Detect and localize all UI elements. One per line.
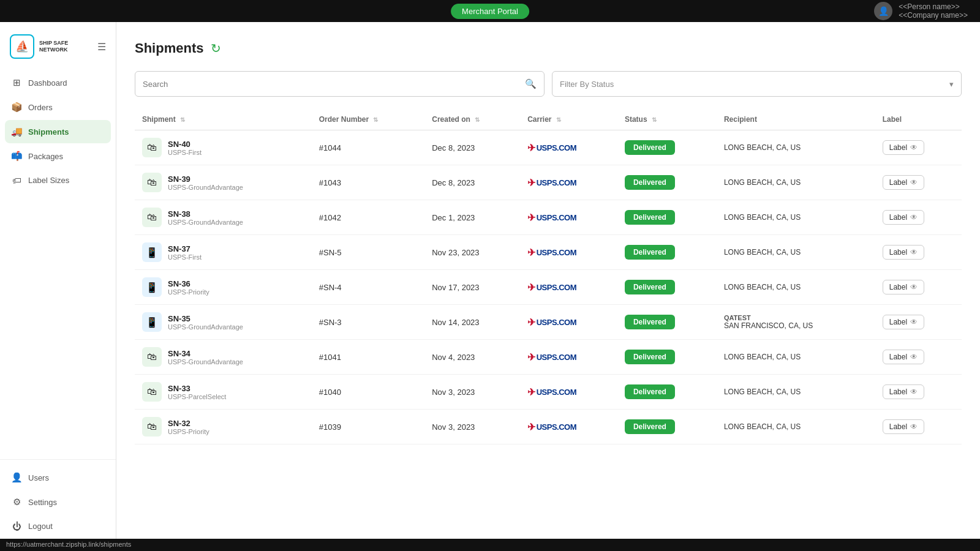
eye-icon: 👁 [910,248,918,257]
col-created-on[interactable]: Created on ⇅ [424,109,520,130]
order-number: #1039 [319,422,341,432]
sort-icon: ⇅ [475,116,480,123]
usps-logo: ✈ USPS.COM [527,142,610,154]
avatar: 👤 [874,2,892,20]
eye-icon: 👁 [910,388,918,396]
page-header: Shipments ↻ [135,40,962,56]
sidebar-item-dashboard[interactable]: ⊞ Dashboard [5,71,111,94]
table-row: 🛍 SN-33 USPS-ParcelSelect #1040 Nov 3, 2… [135,375,962,410]
sidebar-item-shipments[interactable]: 🚚 Shipments [5,120,111,143]
sidebar-item-orders[interactable]: 📦 Orders [5,96,111,119]
shipment-cell: 🛍 SN-40 USPS-First [142,138,304,157]
statusbar: https://uatmerchant.zipship.link/shipmen… [0,539,980,551]
label-button[interactable]: Label 👁 [883,140,924,155]
sort-icon: ⇅ [556,116,561,123]
shipment-icon: 🛍 [142,382,162,402]
shipment-icon: 📱 [142,242,162,262]
label-button[interactable]: Label 👁 [883,280,924,294]
label-button[interactable]: Label 👁 [883,384,924,399]
shipment-cell: 🛍 SN-34 USPS-GroundAdvantage [142,347,304,367]
table-body: 🛍 SN-40 USPS-First #1044 Dec 8, 2023 ✈ U… [135,130,962,444]
sidebar-item-users[interactable]: 👤 Users [5,466,111,489]
table-row: 🛍 SN-34 USPS-GroundAdvantage #1041 Nov 4… [135,340,962,375]
col-status[interactable]: Status ⇅ [617,109,717,130]
order-number: #1042 [319,213,341,222]
col-order-number[interactable]: Order Number ⇅ [312,109,424,130]
recipient-cell: QATESTSAN FRANCISCO, CA, US [724,314,868,330]
usps-logo: ✈ USPS.COM [527,351,610,363]
merchant-portal-button[interactable]: Merchant Portal [451,4,529,19]
page-title: Shipments [135,40,203,56]
recipient-cell: LONG BEACH, CA, US [724,143,868,152]
usps-text: USPS.COM [537,283,576,292]
label-button[interactable]: Label 👁 [883,210,924,225]
label-button[interactable]: Label 👁 [883,419,924,434]
status-badge: Delivered [625,175,675,190]
order-number: #1044 [319,143,341,152]
label-text: Label [889,353,907,361]
shipment-service: USPS-GroundAdvantage [168,358,243,365]
col-carrier[interactable]: Carrier ⇅ [520,109,617,130]
settings-icon: ⚙ [11,497,22,508]
filter-by-status[interactable]: Filter By Status ▾ [552,71,962,97]
order-number: #SN-5 [319,248,342,257]
table-row: 🛍 SN-39 USPS-GroundAdvantage #1043 Dec 8… [135,165,962,200]
sidebar: ⛵ SHIP SAFE NETWORK ☰ ⊞ Dashboard 📦 Orde… [0,22,116,551]
usps-eagle-icon: ✈ [527,212,535,223]
search-box[interactable]: 🔍 [135,71,545,97]
usps-text: USPS.COM [537,388,576,397]
search-input[interactable] [143,80,525,89]
sidebar-item-logout[interactable]: ⏻ Logout [5,515,111,538]
created-date: Nov 23, 2023 [432,248,479,257]
nav-section: ⊞ Dashboard 📦 Orders 🚚 Shipments 📫 Packa… [0,71,116,459]
shipment-service: USPS-Priority [168,428,209,435]
shipments-table: Shipment ⇅ Order Number ⇅ Created on ⇅ [135,109,962,444]
search-icon[interactable]: 🔍 [525,78,537,89]
order-number: #SN-4 [319,283,342,292]
label-text: Label [889,283,907,291]
label-text: Label [889,143,907,152]
logo-text: SHIP SAFE NETWORK [39,40,68,53]
shipment-info: SN-34 USPS-GroundAdvantage [168,349,243,365]
sidebar-item-settings[interactable]: ⚙ Settings [5,490,111,514]
hamburger-menu[interactable]: ☰ [97,41,106,53]
label-button[interactable]: Label 👁 [883,245,924,260]
eye-icon: 👁 [910,213,918,222]
label-button[interactable]: Label 👁 [883,315,924,329]
label-text: Label [889,248,907,257]
order-number: #SN-3 [319,318,342,327]
user-info: <<Person name>> <<Company name>> [899,2,968,20]
status-badge: Delivered [625,419,675,434]
status-badge: Delivered [625,210,675,225]
col-recipient: Recipient [717,109,875,130]
shipment-cell: 🛍 SN-39 USPS-GroundAdvantage [142,173,304,192]
label-text: Label [889,213,907,222]
shipment-id: SN-34 [168,349,243,358]
sort-icon: ⇅ [180,116,185,123]
sidebar-item-label-sizes[interactable]: 🏷 Label Sizes [5,169,111,192]
usps-eagle-icon: ✈ [527,421,535,433]
usps-eagle-icon: ✈ [527,351,535,363]
sort-icon: ⇅ [652,116,657,123]
sidebar-item-packages[interactable]: 📫 Packages [5,144,111,168]
topbar: Merchant Portal 👤 <<Person name>> <<Comp… [0,0,980,22]
toolbar: 🔍 Filter By Status ▾ [135,71,962,97]
label-button[interactable]: Label 👁 [883,175,924,190]
sidebar-item-label: Settings [28,498,57,507]
topbar-center: Merchant Portal [451,4,529,19]
shipment-info: SN-32 USPS-Priority [168,419,209,435]
sidebar-item-label: Packages [28,152,63,161]
col-shipment[interactable]: Shipment ⇅ [135,109,312,130]
refresh-icon[interactable]: ↻ [211,41,221,56]
shipment-id: SN-39 [168,174,243,184]
sidebar-item-label: Label Sizes [28,176,69,185]
table-row: 🛍 SN-40 USPS-First #1044 Dec 8, 2023 ✈ U… [135,130,962,165]
sidebar-item-label: Dashboard [28,78,67,88]
usps-text: USPS.COM [537,178,576,187]
created-date: Dec 1, 2023 [432,213,475,222]
order-number: #1041 [319,353,341,362]
recipient-cell: LONG BEACH, CA, US [724,248,868,257]
person-name: <<Person name>> [899,2,968,11]
usps-text: USPS.COM [537,422,576,432]
label-button[interactable]: Label 👁 [883,350,924,364]
